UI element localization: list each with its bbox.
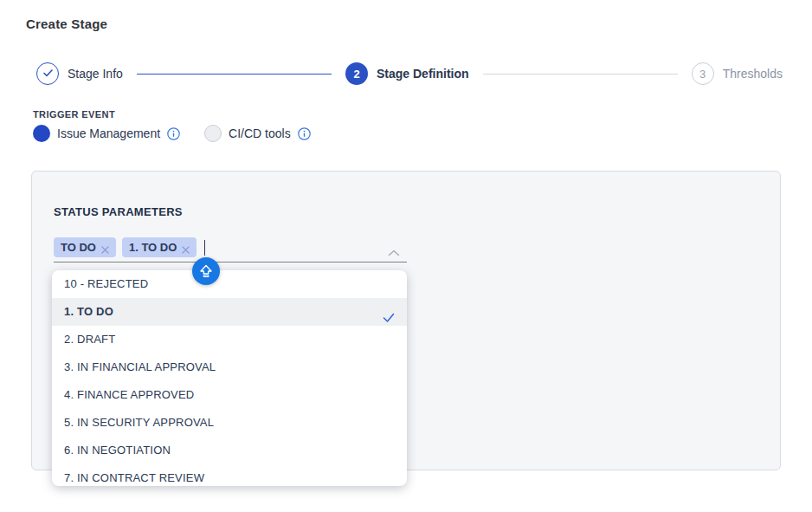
dropdown-option[interactable]: 5. IN SECURITY APPROVAL	[52, 409, 407, 437]
stepper: Stage Info 2 Stage Definition 3 Threshol…	[36, 62, 783, 85]
trigger-event-label: TRIGGER EVENT	[33, 109, 115, 120]
shift-arrow-icon	[199, 264, 213, 278]
dropdown-option[interactable]: 7. IN CONTRACT REVIEW	[52, 464, 407, 486]
step-label: Thresholds	[723, 67, 783, 81]
step-stage-info[interactable]: Stage Info	[36, 62, 123, 85]
trigger-event-options: Issue Management CI/CD tools	[33, 125, 311, 142]
selected-chip[interactable]: 1. TO DO	[122, 237, 197, 257]
dropdown-option-selected[interactable]: 1. TO DO	[52, 298, 407, 326]
step-number-circle: 3	[692, 62, 714, 85]
chip-label: 1. TO DO	[129, 241, 177, 254]
radio-issue-management[interactable]: Issue Management	[33, 125, 180, 142]
status-parameters-label: STATUS PARAMETERS	[54, 205, 183, 218]
radio-selected-icon[interactable]	[33, 125, 50, 142]
dropdown-option-label: 1. TO DO	[64, 305, 113, 318]
dropdown-option[interactable]: 2. DRAFT	[52, 326, 407, 353]
shift-key-pointer-badge	[192, 257, 220, 285]
info-icon[interactable]	[298, 127, 311, 140]
status-dropdown: 10 - REJECTED 1. TO DO 2. DRAFT 3. IN FI…	[52, 270, 407, 486]
dropdown-option[interactable]: 6. IN NEGOTIATION	[52, 437, 407, 464]
chip-remove-icon[interactable]	[182, 243, 190, 251]
radio-label: CI/CD tools	[229, 126, 291, 140]
radio-cicd-tools[interactable]: CI/CD tools	[204, 125, 311, 142]
radio-label: Issue Management	[57, 126, 160, 140]
step-stage-definition[interactable]: 2 Stage Definition	[345, 62, 469, 85]
stepper-connector	[483, 74, 678, 75]
chevron-up-icon[interactable]	[388, 244, 400, 251]
check-icon	[42, 68, 54, 81]
step-label: Stage Info	[68, 67, 123, 81]
status-parameters-multiselect[interactable]: TO DO 1. TO DO	[54, 233, 407, 262]
info-icon[interactable]	[167, 127, 180, 140]
radio-unselected-icon[interactable]	[204, 125, 222, 142]
dropdown-option[interactable]: 3. IN FINANCIAL APPROVAL	[52, 353, 407, 381]
step-complete-circle	[36, 62, 59, 85]
check-icon	[383, 306, 395, 316]
step-label: Stage Definition	[377, 67, 469, 81]
stepper-connector	[137, 74, 332, 75]
dropdown-option[interactable]: 10 - REJECTED	[52, 270, 407, 298]
step-thresholds[interactable]: 3 Thresholds	[692, 62, 783, 85]
step-number-circle: 2	[345, 62, 368, 85]
chip-remove-icon[interactable]	[101, 243, 109, 251]
text-cursor	[204, 240, 205, 256]
dropdown-option[interactable]: 4. FINANCE APPROVED	[52, 381, 407, 409]
selected-chip[interactable]: TO DO	[54, 237, 116, 257]
chip-label: TO DO	[61, 241, 96, 254]
page-title: Create Stage	[26, 16, 107, 31]
